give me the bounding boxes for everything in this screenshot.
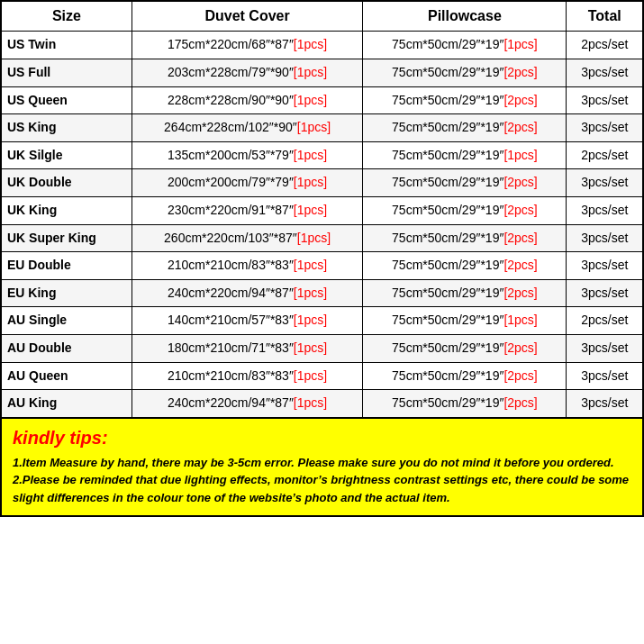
cell-size: UK Silgle xyxy=(1,141,132,169)
table-row: US Twin175cm*220cm/68″*87″[1pcs]75cm*50c… xyxy=(1,32,643,59)
cell-total: 3pcs/set xyxy=(567,169,643,197)
cell-pillow: 75cm*50cm/29″*19″[2pcs] xyxy=(363,59,567,86)
cell-total: 2pcs/set xyxy=(567,141,643,169)
cell-pillow: 75cm*50cm/29″*19″[1pcs] xyxy=(363,141,567,169)
cell-duvet: 264cm*228cm/102″*90″[1pcs] xyxy=(132,114,362,142)
cell-duvet: 228cm*228cm/90″*90″[1pcs] xyxy=(132,86,362,114)
cell-size: UK King xyxy=(1,196,132,224)
size-chart-table: Size Duvet Cover Pillowcase Total US Twi… xyxy=(0,0,644,419)
table-row: US Full203cm*228cm/79″*90″[1pcs]75cm*50c… xyxy=(1,59,643,86)
cell-pillow: 75cm*50cm/29″*19″[2pcs] xyxy=(363,114,567,142)
cell-duvet: 210cm*210cm/83″*83″[1pcs] xyxy=(132,252,362,280)
cell-pillow: 75cm*50cm/29″*19″[2pcs] xyxy=(363,252,567,280)
cell-size: AU Queen xyxy=(1,362,132,390)
cell-pillow: 75cm*50cm/29″*19″[2pcs] xyxy=(363,169,567,197)
table-row: AU Single140cm*210cm/57″*83″[1pcs]75cm*5… xyxy=(1,307,643,335)
tips-body: 1.Item Measure by hand, there may be 3-5… xyxy=(13,454,631,507)
cell-size: US Twin xyxy=(1,32,132,59)
cell-total: 2pcs/set xyxy=(567,32,643,59)
table-row: AU Queen210cm*210cm/83″*83″[1pcs]75cm*50… xyxy=(1,362,643,390)
cell-size: EU Double xyxy=(1,252,132,280)
cell-total: 3pcs/set xyxy=(567,334,643,362)
tips-line2: 2.Please be reminded that due lighting e… xyxy=(13,473,629,504)
cell-duvet: 180cm*210cm/71″*83″[1pcs] xyxy=(132,334,362,362)
cell-duvet: 240cm*220cm/94″*87″[1pcs] xyxy=(132,390,362,418)
cell-size: US King xyxy=(1,114,132,142)
cell-size: AU King xyxy=(1,390,132,418)
table-row: UK Double200cm*200cm/79″*79″[1pcs]75cm*5… xyxy=(1,169,643,197)
tips-section: kindly tips: 1.Item Measure by hand, the… xyxy=(0,419,644,518)
cell-size: UK Double xyxy=(1,169,132,197)
cell-pillow: 75cm*50cm/29″*19″[2pcs] xyxy=(363,224,567,252)
table-row: UK Silgle135cm*200cm/53″*79″[1pcs]75cm*5… xyxy=(1,141,643,169)
cell-pillow: 75cm*50cm/29″*19″[2pcs] xyxy=(363,390,567,418)
cell-duvet: 260cm*220cm/103″*87″[1pcs] xyxy=(132,224,362,252)
cell-duvet: 203cm*228cm/79″*90″[1pcs] xyxy=(132,59,362,86)
cell-duvet: 135cm*200cm/53″*79″[1pcs] xyxy=(132,141,362,169)
cell-total: 3pcs/set xyxy=(567,114,643,142)
cell-duvet: 200cm*200cm/79″*79″[1pcs] xyxy=(132,169,362,197)
cell-duvet: 240cm*220cm/94″*87″[1pcs] xyxy=(132,279,362,307)
cell-size: UK Super King xyxy=(1,224,132,252)
cell-size: EU King xyxy=(1,279,132,307)
table-row: UK King230cm*220cm/91″*87″[1pcs]75cm*50c… xyxy=(1,196,643,224)
table-row: EU Double210cm*210cm/83″*83″[1pcs]75cm*5… xyxy=(1,252,643,280)
tips-title: kindly tips: xyxy=(13,428,631,449)
cell-size: US Queen xyxy=(1,86,132,114)
table-row: AU King240cm*220cm/94″*87″[1pcs]75cm*50c… xyxy=(1,390,643,418)
cell-size: AU Double xyxy=(1,334,132,362)
tips-line1: 1.Item Measure by hand, there may be 3-5… xyxy=(13,456,614,469)
cell-total: 3pcs/set xyxy=(567,252,643,280)
cell-pillow: 75cm*50cm/29″*19″[2pcs] xyxy=(363,86,567,114)
header-size: Size xyxy=(1,1,132,32)
table-row: AU Double180cm*210cm/71″*83″[1pcs]75cm*5… xyxy=(1,334,643,362)
cell-pillow: 75cm*50cm/29″*19″[2pcs] xyxy=(363,279,567,307)
cell-total: 3pcs/set xyxy=(567,279,643,307)
cell-pillow: 75cm*50cm/29″*19″[1pcs] xyxy=(363,32,567,59)
cell-total: 3pcs/set xyxy=(567,86,643,114)
cell-pillow: 75cm*50cm/29″*19″[2pcs] xyxy=(363,362,567,390)
header-duvet: Duvet Cover xyxy=(132,1,362,32)
cell-duvet: 140cm*210cm/57″*83″[1pcs] xyxy=(132,307,362,335)
cell-size: US Full xyxy=(1,59,132,86)
cell-total: 3pcs/set xyxy=(567,224,643,252)
cell-duvet: 230cm*220cm/91″*87″[1pcs] xyxy=(132,196,362,224)
cell-size: AU Single xyxy=(1,307,132,335)
cell-total: 2pcs/set xyxy=(567,307,643,335)
cell-duvet: 175cm*220cm/68″*87″[1pcs] xyxy=(132,32,362,59)
table-row: US King264cm*228cm/102″*90″[1pcs]75cm*50… xyxy=(1,114,643,142)
cell-total: 3pcs/set xyxy=(567,390,643,418)
table-row: US Queen228cm*228cm/90″*90″[1pcs]75cm*50… xyxy=(1,86,643,114)
header-total: Total xyxy=(567,1,643,32)
table-row: EU King240cm*220cm/94″*87″[1pcs]75cm*50c… xyxy=(1,279,643,307)
cell-pillow: 75cm*50cm/29″*19″[1pcs] xyxy=(363,307,567,335)
header-pillowcase: Pillowcase xyxy=(363,1,567,32)
cell-pillow: 75cm*50cm/29″*19″[2pcs] xyxy=(363,334,567,362)
cell-total: 3pcs/set xyxy=(567,59,643,86)
cell-total: 3pcs/set xyxy=(567,362,643,390)
table-row: UK Super King260cm*220cm/103″*87″[1pcs]7… xyxy=(1,224,643,252)
cell-duvet: 210cm*210cm/83″*83″[1pcs] xyxy=(132,362,362,390)
cell-total: 3pcs/set xyxy=(567,196,643,224)
cell-pillow: 75cm*50cm/29″*19″[2pcs] xyxy=(363,196,567,224)
